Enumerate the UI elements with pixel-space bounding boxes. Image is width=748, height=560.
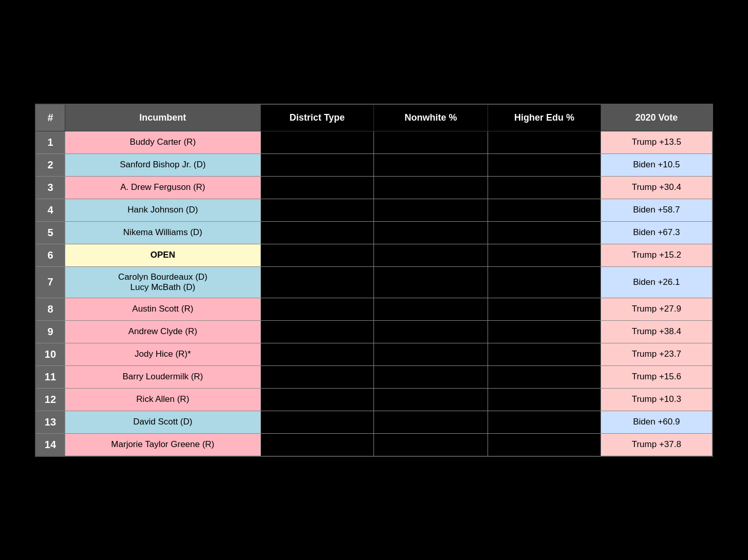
row-district-1 xyxy=(260,131,373,153)
row-incumbent-3: A. Drew Ferguson (R) xyxy=(65,176,260,199)
row-edu-5 xyxy=(488,221,601,244)
row-num-3: 3 xyxy=(35,176,65,199)
row-nonwhite-6 xyxy=(373,244,488,266)
row-vote-4: Biden +58.7 xyxy=(601,199,713,221)
row-incumbent-4: Hank Johnson (D) xyxy=(65,199,260,221)
row-edu-12 xyxy=(488,388,601,411)
row-district-13 xyxy=(260,411,373,433)
row-num-13: 13 xyxy=(35,411,65,433)
row-vote-12: Trump +10.3 xyxy=(601,388,713,411)
data-table: # Incumbent District Type Nonwhite % Hig… xyxy=(35,104,713,457)
row-nonwhite-9 xyxy=(373,320,488,343)
row-incumbent-13: David Scott (D) xyxy=(65,411,260,433)
row-incumbent-5: Nikema Williams (D) xyxy=(65,221,260,244)
row-vote-10: Trump +23.7 xyxy=(601,343,713,365)
row-nonwhite-2 xyxy=(373,153,488,176)
row-vote-6: Trump +15.2 xyxy=(601,244,713,266)
row-nonwhite-3 xyxy=(373,176,488,199)
row-num-14: 14 xyxy=(35,433,65,456)
row-district-12 xyxy=(260,388,373,411)
row-nonwhite-5 xyxy=(373,221,488,244)
row-incumbent-14: Marjorie Taylor Greene (R) xyxy=(65,433,260,456)
row-num-8: 8 xyxy=(35,298,65,320)
row-nonwhite-7 xyxy=(373,266,488,298)
header-vote-2020: 2020 Vote xyxy=(601,104,713,131)
row-vote-13: Biden +60.9 xyxy=(601,411,713,433)
row-district-8 xyxy=(260,298,373,320)
header-district-type: District Type xyxy=(260,104,373,131)
row-vote-5: Biden +67.3 xyxy=(601,221,713,244)
row-incumbent-9: Andrew Clyde (R) xyxy=(65,320,260,343)
row-edu-1 xyxy=(488,131,601,153)
row-edu-7 xyxy=(488,266,601,298)
row-district-4 xyxy=(260,199,373,221)
row-vote-7: Biden +26.1 xyxy=(601,266,713,298)
row-nonwhite-4 xyxy=(373,199,488,221)
row-num-7: 7 xyxy=(35,266,65,298)
row-edu-9 xyxy=(488,320,601,343)
header-higher-edu: Higher Edu % xyxy=(488,104,601,131)
row-edu-4 xyxy=(488,199,601,221)
main-table-container: # Incumbent District Type Nonwhite % Hig… xyxy=(35,104,713,457)
row-district-14 xyxy=(260,433,373,456)
row-incumbent-1: Buddy Carter (R) xyxy=(65,131,260,153)
row-incumbent-11: Barry Loudermilk (R) xyxy=(65,365,260,388)
header-nonwhite: Nonwhite % xyxy=(373,104,488,131)
row-vote-1: Trump +13.5 xyxy=(601,131,713,153)
row-incumbent-2: Sanford Bishop Jr. (D) xyxy=(65,153,260,176)
row-num-5: 5 xyxy=(35,221,65,244)
row-incumbent-8: Austin Scott (R) xyxy=(65,298,260,320)
row-incumbent-6: OPEN xyxy=(65,244,260,266)
row-edu-11 xyxy=(488,365,601,388)
row-district-7 xyxy=(260,266,373,298)
row-edu-2 xyxy=(488,153,601,176)
row-vote-3: Trump +30.4 xyxy=(601,176,713,199)
row-num-11: 11 xyxy=(35,365,65,388)
row-district-5 xyxy=(260,221,373,244)
row-vote-2: Biden +10.5 xyxy=(601,153,713,176)
row-edu-8 xyxy=(488,298,601,320)
row-edu-10 xyxy=(488,343,601,365)
row-num-4: 4 xyxy=(35,199,65,221)
row-district-3 xyxy=(260,176,373,199)
row-edu-14 xyxy=(488,433,601,456)
row-num-1: 1 xyxy=(35,131,65,153)
row-num-2: 2 xyxy=(35,153,65,176)
row-district-6 xyxy=(260,244,373,266)
row-num-10: 10 xyxy=(35,343,65,365)
row-nonwhite-14 xyxy=(373,433,488,456)
row-nonwhite-10 xyxy=(373,343,488,365)
row-nonwhite-13 xyxy=(373,411,488,433)
row-edu-13 xyxy=(488,411,601,433)
row-nonwhite-12 xyxy=(373,388,488,411)
row-vote-11: Trump +15.6 xyxy=(601,365,713,388)
row-num-9: 9 xyxy=(35,320,65,343)
row-num-6: 6 xyxy=(35,244,65,266)
row-district-2 xyxy=(260,153,373,176)
row-nonwhite-1 xyxy=(373,131,488,153)
row-vote-8: Trump +27.9 xyxy=(601,298,713,320)
row-vote-14: Trump +37.8 xyxy=(601,433,713,456)
row-edu-6 xyxy=(488,244,601,266)
row-district-10 xyxy=(260,343,373,365)
row-num-12: 12 xyxy=(35,388,65,411)
row-nonwhite-8 xyxy=(373,298,488,320)
row-incumbent-12: Rick Allen (R) xyxy=(65,388,260,411)
header-incumbent: Incumbent xyxy=(65,104,260,131)
row-district-11 xyxy=(260,365,373,388)
row-nonwhite-11 xyxy=(373,365,488,388)
row-edu-3 xyxy=(488,176,601,199)
header-num: # xyxy=(35,104,65,131)
row-incumbent-7: Carolyn Bourdeaux (D)Lucy McBath (D) xyxy=(65,266,260,298)
row-vote-9: Trump +38.4 xyxy=(601,320,713,343)
row-district-9 xyxy=(260,320,373,343)
row-incumbent-10: Jody Hice (R)* xyxy=(65,343,260,365)
